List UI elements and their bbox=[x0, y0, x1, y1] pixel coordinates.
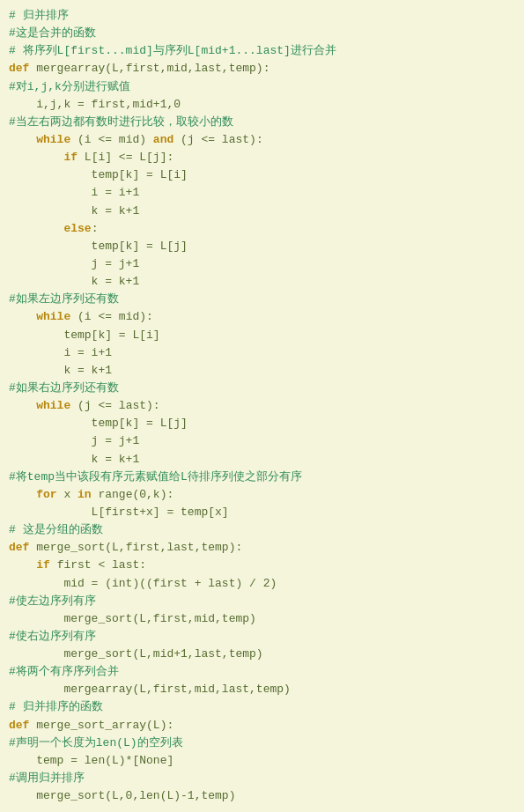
code-line-22: #如果右边序列还有数 bbox=[9, 380, 515, 397]
code-line-9: if L[i] <= L[j]: bbox=[9, 149, 515, 166]
code-line-42: #声明一个长度为len(L)的空列表 bbox=[9, 734, 515, 752]
code-line-19: temp[k] = L[i] bbox=[9, 327, 515, 344]
code-line-4: def mergearray(L,first,mid,last,temp): bbox=[9, 60, 515, 78]
code-line-41: def merge_sort_array(L): bbox=[9, 717, 515, 734]
code-line-30: # 这是分组的函数 bbox=[9, 521, 515, 539]
code-line-11: i = i+1 bbox=[9, 184, 515, 202]
code-line-18: while (i <= mid): bbox=[9, 308, 515, 326]
code-line-7: #当左右两边都有数时进行比较，取较小的数 bbox=[9, 114, 515, 131]
code-line-37: merge_sort(L,mid+1,last,temp) bbox=[9, 646, 515, 663]
code-line-23: while (j <= last): bbox=[9, 397, 515, 415]
code-line-16: k = k+1 bbox=[9, 273, 515, 291]
code-line-28: for x in range(0,k): bbox=[9, 486, 515, 504]
code-line-43: temp = len(L)*[None] bbox=[9, 752, 515, 770]
code-line-14: temp[k] = L[j] bbox=[9, 238, 515, 255]
code-line-35: merge_sort(L,first,mid,temp) bbox=[9, 610, 515, 628]
code-line-44: #调用归并排序 bbox=[9, 770, 515, 787]
code-line-33: mid = (int)((first + last) / 2) bbox=[9, 575, 515, 593]
code-line-26: k = k+1 bbox=[9, 451, 515, 469]
code-line-21: k = k+1 bbox=[9, 362, 515, 380]
code-line-6: i,j,k = first,mid+1,0 bbox=[9, 96, 515, 114]
code-line-31: def merge_sort(L,first,last,temp): bbox=[9, 539, 515, 557]
code-line-29: L[first+x] = temp[x] bbox=[9, 504, 515, 521]
code-line-36: #使右边序列有序 bbox=[9, 628, 515, 646]
code-container: # 归并排序#这是合并的函数# 将序列L[first...mid]与序列L[mi… bbox=[0, 0, 524, 812]
code-line-39: mergearray(L,first,mid,last,temp) bbox=[9, 681, 515, 698]
code-line-38: #将两个有序序列合并 bbox=[9, 663, 515, 681]
code-line-27: #将temp当中该段有序元素赋值给L待排序列使之部分有序 bbox=[9, 469, 515, 486]
code-line-3: # 将序列L[first...mid]与序列L[mid+1...last]进行合… bbox=[9, 42, 515, 60]
code-line-20: i = i+1 bbox=[9, 344, 515, 362]
code-line-24: temp[k] = L[j] bbox=[9, 415, 515, 432]
code-line-32: if first < last: bbox=[9, 557, 515, 574]
code-line-12: k = k+1 bbox=[9, 203, 515, 220]
code-line-8: while (i <= mid) and (j <= last): bbox=[9, 131, 515, 149]
code-line-45: merge_sort(L,0,len(L)-1,temp) bbox=[9, 787, 515, 805]
code-line-5: #对i,j,k分别进行赋值 bbox=[9, 78, 515, 96]
code-block: # 归并排序#这是合并的函数# 将序列L[first...mid]与序列L[mi… bbox=[9, 7, 515, 805]
code-line-40: # 归并排序的函数 bbox=[9, 698, 515, 716]
code-line-13: else: bbox=[9, 220, 515, 238]
code-line-34: #使左边序列有序 bbox=[9, 593, 515, 610]
code-line-25: j = j+1 bbox=[9, 432, 515, 450]
code-line-2: #这是合并的函数 bbox=[9, 25, 515, 42]
code-line-17: #如果左边序列还有数 bbox=[9, 291, 515, 308]
code-line-15: j = j+1 bbox=[9, 255, 515, 273]
code-line-1: # 归并排序 bbox=[9, 7, 515, 25]
code-line-10: temp[k] = L[i] bbox=[9, 166, 515, 184]
